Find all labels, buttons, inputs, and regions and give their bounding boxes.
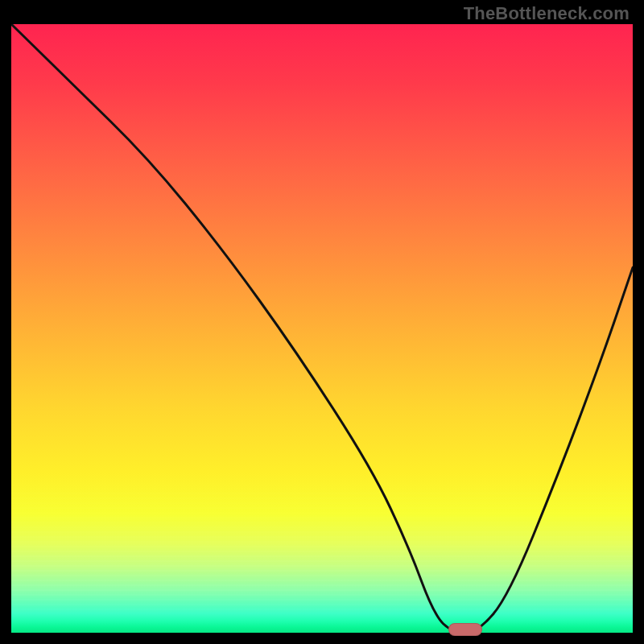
plot-area (11, 24, 633, 633)
chart-frame: TheBottleneck.com (0, 0, 644, 644)
watermark-text: TheBottleneck.com (464, 3, 630, 24)
green-bottom-band (11, 613, 633, 633)
optimal-marker (448, 623, 482, 636)
gradient-background (11, 24, 633, 613)
